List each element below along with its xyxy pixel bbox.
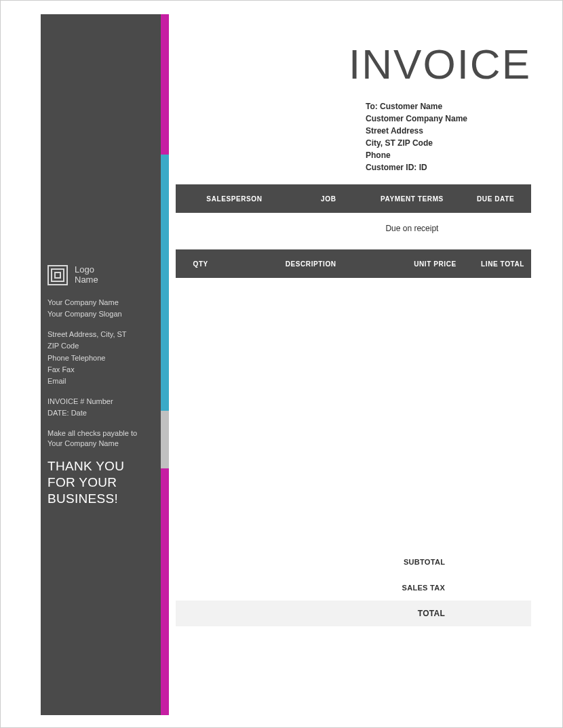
addr-line2: ZIP Code [47,341,154,351]
sales-tax-label: SALES TAX [176,584,460,592]
logo-block: Logo Name [47,265,154,285]
accent-magenta-bottom [161,468,169,715]
main-content: INVOICE To: Customer Name Customer Compa… [176,14,531,714]
totals-block: SUBTOTAL SALES TAX TOTAL [176,549,531,626]
svg-rect-2 [55,272,60,278]
col-line-total-header: LINE TOTAL [474,260,531,268]
company-phone: Phone Telephone [47,353,154,363]
col-qty-header: QTY [176,260,225,268]
details-body-row: Due on receipt [176,213,531,249]
col-salesperson-header: SALESPERSON [176,195,293,203]
accent-strip [161,14,169,715]
invoice-date: DATE: Date [47,408,154,418]
page-title: INVOICE [176,40,531,88]
svg-rect-1 [52,269,64,281]
col-payment-terms-header: PAYMENT TERMS [364,195,460,203]
logo-text: Logo Name [75,265,98,285]
accent-magenta-top [161,14,169,155]
customer-phone: Phone [366,149,531,161]
val-salesperson [176,224,293,233]
logo-line2: Name [75,275,98,285]
val-due-date [460,224,531,233]
address-block: Street Address, City, ST ZIP Code Phone … [47,329,154,387]
total-row: TOTAL [176,601,531,626]
accent-teal [161,155,169,411]
items-header-row: QTY DESCRIPTION UNIT PRICE LINE TOTAL [176,249,531,278]
payable-note: Make all checks payable to Your Company … [47,428,154,449]
company-name: Your Company Name [47,298,154,308]
col-unit-price-header: UNIT PRICE [396,260,474,268]
items-body [176,278,531,549]
subtotal-row: SUBTOTAL [176,549,531,575]
customer-block: To: Customer Name Customer Company Name … [366,100,531,174]
invoice-number: INVOICE # Number [47,397,154,407]
details-header-row: SALESPERSON JOB PAYMENT TERMS DUE DATE [176,184,531,213]
val-payment-terms: Due on receipt [364,224,460,233]
company-slogan: Your Company Slogan [47,309,154,319]
thank-you-heading: THANK YOU FOR YOUR BUSINESS! [47,458,154,506]
col-due-date-header: DUE DATE [460,195,531,203]
logo-line1: Logo [75,264,94,275]
customer-street: Street Address [366,125,531,137]
invoice-meta-block: INVOICE # Number DATE: Date [47,397,154,419]
total-label: TOTAL [176,609,460,618]
sales-tax-row: SALES TAX [176,575,531,601]
customer-id: Customer ID: ID [366,161,531,174]
val-job [293,224,364,233]
company-block: Your Company Name Your Company Slogan [47,298,154,320]
col-description-header: DESCRIPTION [225,260,396,268]
subtotal-label: SUBTOTAL [176,558,460,566]
col-job-header: JOB [293,195,364,203]
customer-company: Customer Company Name [366,113,531,125]
company-fax: Fax Fax [47,365,154,375]
logo-icon [47,265,68,285]
company-email: Email [47,376,154,386]
addr-line1: Street Address, City, ST [47,329,154,340]
customer-city: City, ST ZIP Code [366,137,531,149]
sidebar-panel: Logo Name Your Company Name Your Company… [41,14,161,715]
customer-to: To: Customer Name [366,100,531,113]
accent-gray [161,411,169,468]
